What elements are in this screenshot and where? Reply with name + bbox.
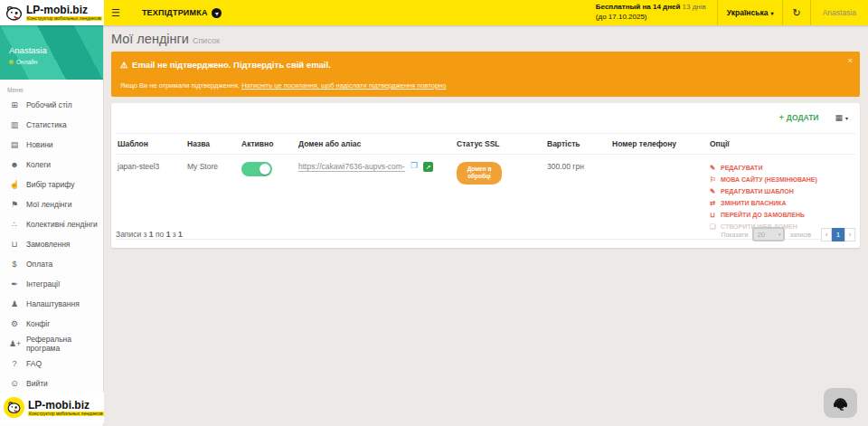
trial-plan: Бесплатный на 14 дней: [596, 3, 681, 11]
email-alert-banner: ⚠ Email не підтверджено. Підтвердіть сві…: [111, 52, 860, 97]
username-label: Anastasia: [823, 8, 856, 17]
sidebar-item-label: Оплата: [26, 260, 52, 269]
sidebar-item-label: Колеги: [26, 160, 51, 169]
sidebar-item-label: Статистика: [26, 120, 67, 129]
sidebar-item-desktop[interactable]: ⊞ Робочий стіл: [0, 95, 103, 115]
sidebar-item-logout[interactable]: ⊙ Вийти: [0, 374, 103, 393]
hand-icon: ☝: [9, 180, 20, 189]
warning-icon: ⚠: [120, 61, 127, 70]
person-icon: ♟: [9, 299, 20, 308]
sidebar-item-label: Мої лендінги: [26, 200, 71, 209]
online-status: Онлайн: [16, 59, 37, 65]
support-label: ТЕХПІДТРИМКА: [142, 8, 208, 17]
sidebar-item-label: Колективні лендінги: [26, 220, 98, 229]
topbar: LP-mobi.biz Конструктор мобильных лендин…: [0, 0, 868, 25]
option-go-to-orders[interactable]: ⊔ ПЕРЕЙТИ ДО ЗАМОВЛЕНЬ: [710, 209, 854, 220]
support-link[interactable]: ТЕХПІДТРИМКА ➤: [142, 8, 222, 18]
pagination-prev-button[interactable]: ‹: [821, 228, 832, 241]
power-icon: ⊙: [9, 379, 20, 388]
flag-icon: ⚐: [710, 175, 717, 184]
profile-panel: Anastasia Онлайн: [0, 25, 103, 80]
newspaper-icon: ▤: [9, 140, 20, 149]
sidebar-item-integrations[interactable]: ✒ Інтеграції: [0, 274, 103, 294]
sidebar-item-label: Налаштування: [26, 299, 80, 308]
chevron-down-icon: ▾: [845, 115, 848, 121]
sidebar-item-my-landings[interactable]: ⚑ Мої лендінги: [0, 194, 103, 214]
cart-icon: ⊔: [9, 240, 20, 249]
page-subtitle: Список: [193, 36, 220, 45]
plus-icon: +: [779, 113, 784, 122]
logo-subtitle: Конструктор мобильных лендингов: [26, 16, 102, 21]
topbar-right: Бесплатный на 14 дней 13 днів (до 17.10.…: [596, 0, 868, 25]
copy-icon[interactable]: ❐: [410, 162, 418, 170]
sidebar-item-label: Конфіг: [26, 319, 50, 328]
exchange-icon: ⇄: [710, 199, 717, 207]
alert-title-text: Email не підтверджено. Підтвердіть свій …: [132, 60, 331, 70]
records-info: Записи з 1 по 1 з 1: [116, 230, 183, 239]
page-title: Мої лендінгиСписок: [111, 32, 220, 46]
chevron-down-icon: ▾: [770, 10, 773, 16]
sidebar-item-faq[interactable]: ? FAQ: [0, 354, 103, 374]
sidebar-item-config[interactable]: ⚙ Конфіг: [0, 314, 103, 334]
external-link-icon[interactable]: ↗: [423, 162, 433, 172]
sidebar-item-settings[interactable]: ♟ Налаштування: [0, 294, 103, 314]
language-label: Українська: [727, 8, 769, 17]
sidebar-item-collective-landings[interactable]: ∴ Колективні лендінги: [0, 214, 103, 234]
ssl-status-badge: Домен в обробці: [457, 162, 502, 185]
headset-icon: [832, 394, 849, 412]
add-landing-button[interactable]: + ДОДАТИ: [779, 113, 819, 122]
show-label: Показати: [721, 232, 748, 238]
pagination-page-1[interactable]: 1: [832, 228, 844, 241]
share-icon: ∴: [9, 220, 20, 229]
domain-link[interactable]: https://cakawi7636-aupvs-com-42: [298, 162, 405, 172]
page-size-select[interactable]: 20 ▾: [752, 227, 785, 241]
close-icon[interactable]: ×: [848, 56, 853, 65]
desktop-icon: ⊞: [9, 100, 20, 109]
col-header-template: Шаблон: [116, 134, 185, 154]
gear-icon: ⚙: [9, 319, 20, 328]
sidebar-item-tariff[interactable]: ☝ Вибір тарифу: [0, 175, 103, 194]
alert-body-text: Якщо Ви не отримали підтвердження.: [120, 81, 241, 90]
user-menu[interactable]: Anastasia: [811, 0, 868, 25]
columns-toggle-button[interactable]: ▦ ▾: [835, 113, 848, 122]
sidebar-item-payment[interactable]: $ Оплата: [0, 254, 103, 274]
sidebar-item-label: Вийти: [26, 379, 48, 388]
app-logo[interactable]: LP-mobi.biz Конструктор мобильных лендин…: [0, 0, 104, 25]
language-dropdown[interactable]: Українська ▾: [718, 0, 783, 25]
pagination-next-button[interactable]: ›: [844, 228, 855, 241]
cart-icon: ⊔: [710, 211, 717, 219]
online-dot-icon: [9, 60, 14, 64]
sidebar-item-colleagues[interactable]: ☻ Колеги: [0, 155, 103, 175]
col-header-phone: Номер телефону: [610, 134, 708, 154]
refresh-button[interactable]: ↻: [783, 0, 809, 25]
sidebar-item-news[interactable]: ▤ Новини: [0, 135, 103, 155]
option-edit[interactable]: ✎ РЕДАГУВАТИ: [710, 162, 854, 173]
flag-icon: ⚑: [9, 200, 20, 209]
sidebar-item-label: Вибір тарифу: [26, 180, 74, 189]
table-header-row: Шаблон Назва Активно Домен або аліас Ста…: [116, 133, 855, 155]
dollar-icon: $: [9, 260, 20, 269]
col-header-name: Назва: [185, 134, 240, 154]
users-icon: ☻: [9, 160, 20, 169]
option-change-owner[interactable]: ⇄ ЗМІНИТИ ВЛАСНИКА: [710, 197, 854, 208]
hamburger-icon[interactable]: ☰: [111, 7, 120, 19]
landings-table: Шаблон Назва Активно Домен або аліас Ста…: [116, 133, 855, 240]
logo-title: LP-mobi.biz: [26, 5, 102, 15]
resend-confirmation-link[interactable]: Натисніть це посилання, щоб надіслати пі…: [241, 81, 446, 90]
question-icon: ?: [9, 359, 20, 368]
sidebar-item-referral[interactable]: ♟+ Реферальна програма: [0, 334, 103, 354]
sidebar-item-statistics[interactable]: ▥ Статистика: [0, 115, 103, 135]
support-chat-widget[interactable]: [824, 388, 857, 418]
telegram-icon: ➤: [212, 8, 222, 18]
user-plus-icon: ♟+: [9, 339, 20, 348]
sidebar-footer-logo[interactable]: LP-mobi.biz Конструктор мобильных лендин…: [0, 392, 104, 423]
col-header-options: Опції: [708, 134, 855, 154]
option-site-language[interactable]: ⚐ МОВА САЙТУ (НЕЗМІНЮВАНЕ): [710, 174, 854, 185]
records-label: записів: [789, 232, 811, 238]
active-toggle[interactable]: [241, 162, 272, 176]
option-edit-template[interactable]: ✎ РЕДАГУВАТИ ШАБЛОН: [710, 185, 854, 196]
pagination: ‹ 1 ›: [821, 228, 855, 241]
sidebar-item-orders[interactable]: ⊔ Замовлення: [0, 234, 103, 254]
dog-logo-icon: [5, 4, 24, 23]
edit-icon: ✎: [710, 164, 717, 172]
